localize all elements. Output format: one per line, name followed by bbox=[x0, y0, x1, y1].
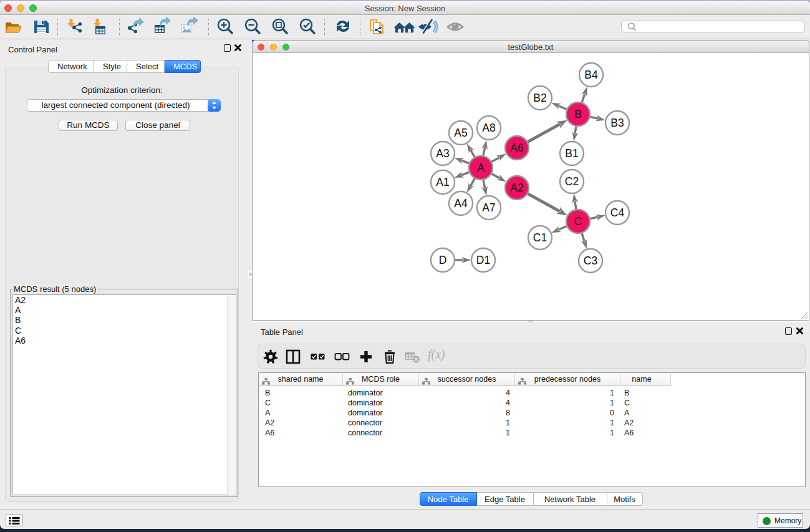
svg-text:B2: B2 bbox=[533, 92, 546, 104]
svg-text:A1: A1 bbox=[436, 176, 449, 188]
svg-text:C4: C4 bbox=[610, 206, 625, 219]
svg-text:A6: A6 bbox=[510, 142, 523, 154]
svg-text:A3: A3 bbox=[436, 147, 449, 160]
svg-text:A8: A8 bbox=[482, 122, 495, 134]
svg-text:B1: B1 bbox=[565, 147, 578, 160]
svg-text:A4: A4 bbox=[454, 197, 468, 210]
svg-text:C3: C3 bbox=[584, 254, 597, 267]
svg-text:A7: A7 bbox=[482, 201, 495, 214]
svg-text:D: D bbox=[439, 254, 447, 266]
svg-text:C: C bbox=[574, 215, 582, 228]
svg-text:B3: B3 bbox=[610, 117, 624, 129]
svg-text:B: B bbox=[574, 108, 582, 120]
svg-text:A: A bbox=[477, 162, 485, 174]
svg-text:C2: C2 bbox=[565, 175, 579, 188]
svg-text:A2: A2 bbox=[510, 181, 523, 194]
svg-text:B4: B4 bbox=[584, 69, 598, 81]
svg-text:D1: D1 bbox=[476, 254, 490, 266]
svg-text:A5: A5 bbox=[454, 127, 467, 139]
svg-text:C1: C1 bbox=[533, 231, 547, 244]
